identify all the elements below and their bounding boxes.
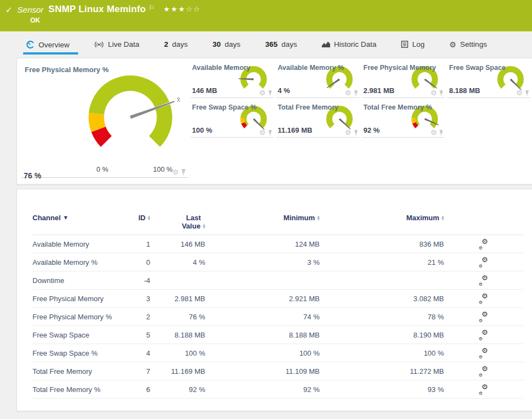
mini-gauge-cell[interactable]: Free Physical Memory2.981 MB⚙: [362, 62, 445, 98]
gauge-settings-icon[interactable]: ⚙: [431, 89, 437, 96]
mean-marker: x̄: [177, 96, 180, 104]
channel-settings-icon[interactable]: ⚙⚙: [479, 258, 488, 266]
pin-icon[interactable]: [525, 90, 529, 96]
gauge-settings-icon[interactable]: ⚙: [345, 89, 352, 96]
minimum-cell: 11.109 MB: [205, 367, 320, 376]
table-row[interactable]: Downtime-4⚙⚙: [32, 271, 523, 290]
channel-id-cell: 1: [133, 240, 150, 248]
sort-icon: ▲▼: [202, 223, 205, 228]
tab-365-days[interactable]: 365 days: [265, 40, 297, 48]
column-header-id[interactable]: ID ▲▼: [133, 214, 150, 222]
column-header-maximum[interactable]: Maximum ▲▼: [320, 214, 444, 222]
tab-historic-data[interactable]: Historic Data: [322, 40, 376, 48]
tab-number: 365: [265, 40, 278, 48]
log-icon: [401, 41, 408, 48]
channel-id-cell: 5: [133, 331, 150, 339]
tab-number: 2: [164, 40, 168, 48]
minimum-cell: 124 MB: [205, 240, 320, 248]
gauge-settings-icon[interactable]: ⚙: [516, 89, 523, 96]
channel-settings-icon[interactable]: ⚙⚙: [479, 349, 488, 357]
mini-gauge-cell[interactable]: Total Free Memory %92 %⚙: [362, 102, 445, 138]
channel-settings-icon[interactable]: ⚙⚙: [479, 313, 488, 321]
channel-settings-icon[interactable]: ⚙⚙: [479, 385, 488, 394]
pin-icon[interactable]: [181, 169, 186, 176]
gauge-scale-min: 0 %: [91, 166, 113, 173]
pin-icon[interactable]: [439, 130, 443, 136]
minimum-cell: 92 %: [205, 385, 320, 394]
pin-icon[interactable]: [439, 90, 443, 96]
mini-gauge-value: 8.188 MB: [449, 86, 480, 95]
sensor-status-header: ✓ Sensor SNMP Linux Meminfo ⚐ ★★★☆☆ OK: [0, 0, 532, 31]
sort-icon: ▲▼: [441, 215, 444, 220]
channel-settings-icon[interactable]: ⚙⚙: [479, 331, 488, 339]
channel-settings-icon[interactable]: ⚙⚙: [479, 240, 488, 248]
tab-log[interactable]: Log: [401, 40, 425, 48]
tab-30-days[interactable]: 30 days: [212, 40, 240, 48]
last-value-cell: 100 %: [150, 349, 205, 357]
mini-gauge-value: 4 %: [278, 86, 290, 95]
channel-settings-icon[interactable]: ⚙⚙: [479, 367, 488, 376]
gauge-settings-icon[interactable]: ⚙: [172, 168, 179, 176]
table-row[interactable]: Free Swap Space58.188 MB8.188 MB8.190 MB…: [32, 326, 523, 344]
maximum-cell: 21 %: [320, 258, 444, 266]
channel-settings-icon[interactable]: ⚙⚙: [479, 295, 488, 303]
tab-2-days[interactable]: 2 days: [164, 40, 188, 48]
mini-gauge-cell[interactable]: Free Swap Space8.188 MB⚙: [447, 62, 530, 98]
channel-settings-icon[interactable]: ⚙⚙: [479, 276, 488, 285]
table-row[interactable]: Total Free Memory %692 %92 %93 %⚙⚙: [32, 380, 523, 399]
last-value-cell: 146 MB: [150, 240, 205, 248]
priority-star-rating[interactable]: ★★★☆☆: [163, 5, 201, 13]
channel-id-cell: 7: [133, 367, 150, 376]
primary-gauge-value: 76 %: [24, 171, 41, 180]
channel-name-cell: Available Memory %: [32, 258, 133, 266]
gauge-settings-icon[interactable]: ⚙: [259, 129, 266, 136]
mini-gauge-cell[interactable]: Available Memory %4 %⚙: [276, 62, 359, 98]
flag-icon[interactable]: ⚐: [149, 4, 155, 12]
channels-table-panel: Channel ▼ ID ▲▼ Last Value▲▼ Minimum ▲▼: [17, 189, 532, 411]
tab-live-data[interactable]: Live Data: [94, 40, 139, 48]
channel-id-cell: 4: [133, 349, 150, 357]
primary-channel-gauge-cell[interactable]: Free Physical Memory % x̄ 0 % 100 % 76 %…: [21, 62, 188, 178]
mini-gauge-value: 2.981 MB: [364, 86, 394, 95]
tab-settings[interactable]: ⚙ Settings: [449, 40, 487, 48]
mini-gauge-value: 146 MB: [192, 86, 217, 95]
maximum-cell: 78 %: [320, 313, 444, 321]
column-header-minimum[interactable]: Minimum ▲▼: [205, 214, 320, 222]
pin-icon[interactable]: [354, 130, 358, 136]
table-row[interactable]: Free Physical Memory %276 %74 %78 %⚙⚙: [32, 308, 523, 326]
mini-gauge-cell[interactable]: Available Memory146 MB⚙: [190, 62, 273, 98]
table-row[interactable]: Total Free Memory711.169 MB11.109 MB11.2…: [32, 362, 523, 380]
ok-check-icon: ✓: [6, 5, 13, 15]
table-header-row: Channel ▼ ID ▲▼ Last Value▲▼ Minimum ▲▼: [32, 214, 523, 235]
minimum-cell: 2.921 MB: [205, 295, 320, 303]
tab-label: days: [172, 40, 188, 48]
sensor-title: SNMP Linux Meminfo: [48, 4, 146, 15]
column-header-last-value[interactable]: Last Value▲▼: [150, 214, 205, 230]
channel-id-cell: 6: [133, 385, 150, 394]
pin-icon[interactable]: [268, 90, 272, 96]
gauge-settings-icon[interactable]: ⚙: [345, 129, 352, 136]
primary-gauge: x̄: [70, 69, 191, 168]
table-row[interactable]: Free Swap Space %4100 %100 %100 %⚙⚙: [32, 344, 523, 362]
pin-icon[interactable]: [354, 90, 358, 96]
channel-name-cell: Free Swap Space: [32, 331, 133, 339]
mini-gauge-title: Free Swap Space %: [192, 104, 256, 111]
pin-icon[interactable]: [268, 130, 272, 136]
mini-gauge-title: Available Memory: [192, 64, 250, 72]
gauge-settings-icon[interactable]: ⚙: [259, 89, 266, 96]
minimum-cell: 8.188 MB: [205, 331, 320, 339]
channel-id-cell: 2: [133, 313, 150, 321]
channel-name-cell: Total Free Memory: [32, 367, 133, 376]
gauge-settings-icon[interactable]: ⚙: [431, 129, 437, 136]
channel-id-cell: 0: [133, 258, 150, 266]
table-row[interactable]: Available Memory %04 %3 %21 %⚙⚙: [32, 253, 523, 271]
last-value-cell: 2.981 MB: [150, 295, 205, 303]
gauges-panel: Free Physical Memory % x̄ 0 % 100 % 76 %…: [17, 58, 532, 184]
tab-overview[interactable]: Overview: [26, 40, 69, 49]
table-row[interactable]: Available Memory1146 MB124 MB836 MB⚙⚙: [32, 235, 523, 253]
column-header-channel[interactable]: Channel ▼: [32, 214, 133, 222]
mini-gauge-cell[interactable]: Free Swap Space %100 %⚙: [190, 102, 273, 138]
live-data-icon: [94, 41, 104, 48]
mini-gauge-cell[interactable]: Total Free Memory11.169 MB⚙: [276, 102, 359, 138]
table-row[interactable]: Free Physical Memory32.981 MB2.921 MB3.0…: [32, 290, 523, 308]
